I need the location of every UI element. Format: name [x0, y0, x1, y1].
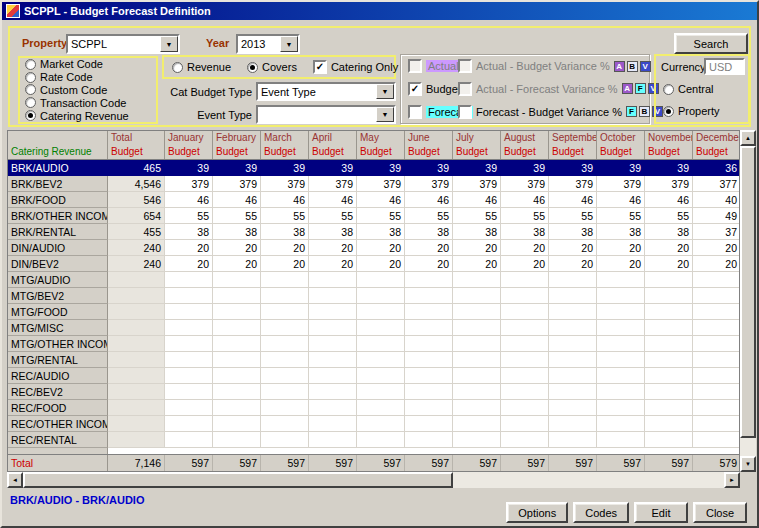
grid-cell[interactable]: [549, 384, 597, 400]
grid-cell[interactable]: 20: [597, 256, 645, 272]
row-header-brk-audio[interactable]: BRK/AUDIO: [8, 160, 108, 176]
grid-cell[interactable]: [165, 352, 213, 368]
grid-cell[interactable]: [549, 432, 597, 448]
grid-cell[interactable]: [597, 288, 645, 304]
grid-cell[interactable]: [549, 336, 597, 352]
grid-cell[interactable]: 20: [405, 256, 453, 272]
grid-cell[interactable]: [693, 400, 740, 416]
grid-cell[interactable]: [645, 336, 693, 352]
grid-cell[interactable]: [213, 368, 261, 384]
row-header-brk-other-income[interactable]: BRK/OTHER INCOME: [8, 208, 108, 224]
grid-cell[interactable]: 20: [165, 240, 213, 256]
view-radio-revenue[interactable]: Revenue: [172, 61, 231, 73]
cat-budget-type-dropdown-icon[interactable]: ▼: [376, 84, 394, 99]
grid-cell[interactable]: 465: [108, 160, 165, 176]
grid-cell[interactable]: 20: [645, 240, 693, 256]
grid-cell[interactable]: 38: [309, 224, 357, 240]
grid-cell[interactable]: [108, 384, 165, 400]
grid-cell[interactable]: [645, 432, 693, 448]
row-header-mtg-food[interactable]: MTG/FOOD: [8, 304, 108, 320]
grid-cell[interactable]: [165, 368, 213, 384]
grid-cell[interactable]: [453, 368, 501, 384]
grid-row-mtg-food[interactable]: MTG/FOOD: [8, 304, 739, 320]
code-radio-rate-code-radio[interactable]: [25, 72, 36, 83]
grid-cell[interactable]: 55: [645, 208, 693, 224]
grid-cell[interactable]: [453, 384, 501, 400]
grid-cell[interactable]: 379: [453, 176, 501, 192]
grid-cell[interactable]: [453, 304, 501, 320]
grid-cell[interactable]: 55: [453, 208, 501, 224]
grid-cell[interactable]: [309, 384, 357, 400]
grid-cell[interactable]: 240: [108, 256, 165, 272]
grid-cell[interactable]: [549, 368, 597, 384]
grid-cell[interactable]: 20: [453, 240, 501, 256]
grid-cell[interactable]: [501, 352, 549, 368]
grid-cell[interactable]: 20: [501, 240, 549, 256]
grid-cell[interactable]: [693, 432, 740, 448]
scope-radio-central[interactable]: Central: [663, 83, 720, 95]
grid-cell[interactable]: [213, 400, 261, 416]
grid-cell[interactable]: 46: [309, 192, 357, 208]
grid-row-brk-bev2[interactable]: BRK/BEV24,546379379379379379379379379379…: [8, 176, 739, 192]
codes-button[interactable]: Codes: [573, 502, 629, 523]
scroll-right-icon[interactable]: ►: [724, 472, 740, 488]
grid-row-rec-food[interactable]: REC/FOOD: [8, 400, 739, 416]
grid-cell[interactable]: 379: [309, 176, 357, 192]
grid-cell[interactable]: [549, 352, 597, 368]
grid-cell[interactable]: [453, 352, 501, 368]
code-radio-market-code-radio[interactable]: [25, 59, 36, 70]
grid-cell[interactable]: [213, 336, 261, 352]
grid-cell[interactable]: 20: [405, 240, 453, 256]
grid-cell[interactable]: [597, 320, 645, 336]
grid-cell[interactable]: [501, 272, 549, 288]
grid-cell[interactable]: 379: [357, 176, 405, 192]
grid-cell[interactable]: [693, 320, 740, 336]
grid-cell[interactable]: 46: [501, 192, 549, 208]
grid-cell[interactable]: [213, 384, 261, 400]
grid-cell[interactable]: [165, 272, 213, 288]
grid-cell[interactable]: 55: [549, 208, 597, 224]
grid-cell[interactable]: 20: [261, 256, 309, 272]
grid-cell[interactable]: 55: [357, 208, 405, 224]
property-dropdown-icon[interactable]: ▼: [160, 36, 178, 52]
grid-cell[interactable]: [309, 352, 357, 368]
grid-cell[interactable]: [645, 320, 693, 336]
grid-cell[interactable]: 379: [645, 176, 693, 192]
grid-cell[interactable]: 46: [213, 192, 261, 208]
scope-radio-central-radio[interactable]: [663, 84, 674, 95]
grid-cell[interactable]: 20: [165, 256, 213, 272]
grid-cell[interactable]: [405, 320, 453, 336]
catering-only-checkbox[interactable]: ✓: [313, 60, 327, 74]
grid-row-mtg-rental[interactable]: MTG/RENTAL: [8, 352, 739, 368]
grid-cell[interactable]: [405, 384, 453, 400]
grid-row-mtg-audio[interactable]: MTG/AUDIO: [8, 272, 739, 288]
grid-cell[interactable]: [501, 400, 549, 416]
grid-cell[interactable]: [309, 368, 357, 384]
series-forecast-checkbox[interactable]: [408, 105, 422, 119]
grid-cell[interactable]: 4,546: [108, 176, 165, 192]
grid-cell[interactable]: [261, 272, 309, 288]
grid-cell[interactable]: [645, 368, 693, 384]
grid-cell[interactable]: 654: [108, 208, 165, 224]
grid-cell[interactable]: 39: [453, 160, 501, 176]
row-header-rec-other-income[interactable]: REC/OTHER INCOME: [8, 416, 108, 432]
grid-cell[interactable]: [693, 368, 740, 384]
grid-cell[interactable]: [165, 320, 213, 336]
grid-cell[interactable]: 46: [165, 192, 213, 208]
grid-cell[interactable]: 546: [108, 192, 165, 208]
variance-forecast-budget-variance[interactable]: Forecast - Budget Variance %: [458, 105, 622, 119]
grid-cell[interactable]: [357, 368, 405, 384]
grid-cell[interactable]: [165, 416, 213, 432]
grid-cell[interactable]: 55: [405, 208, 453, 224]
grid-cell[interactable]: [309, 288, 357, 304]
grid-cell[interactable]: 39: [357, 160, 405, 176]
grid-cell[interactable]: 20: [261, 240, 309, 256]
grid-cell[interactable]: [645, 304, 693, 320]
grid-cell[interactable]: 39: [501, 160, 549, 176]
grid-cell[interactable]: 20: [645, 256, 693, 272]
grid-cell[interactable]: 38: [453, 224, 501, 240]
grid-cell[interactable]: [405, 368, 453, 384]
vertical-scrollbar[interactable]: ▲ ▼: [740, 130, 756, 472]
grid-cell[interactable]: [501, 416, 549, 432]
close-button[interactable]: Close: [693, 502, 747, 523]
